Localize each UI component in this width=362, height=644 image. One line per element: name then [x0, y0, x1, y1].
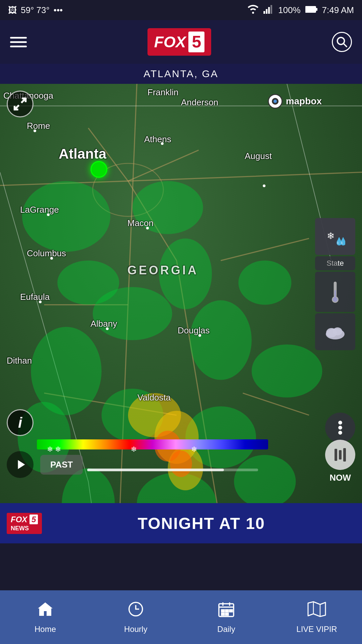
temperature-layer-button[interactable] — [315, 272, 355, 312]
status-left: 🖼 59° 73° ••• — [8, 5, 63, 15]
battery-percent: 100% — [278, 5, 301, 15]
nav-daily[interactable]: Daily — [181, 600, 272, 634]
douglas-dot — [198, 334, 201, 337]
logo-5-text: 5 — [188, 32, 204, 52]
svg-text:💧: 💧 — [339, 237, 345, 246]
status-bar: 🖼 59° 73° ••• 100% 7:49 — [0, 0, 362, 20]
battery-icon — [305, 5, 317, 15]
time-display: 7:49 AM — [322, 5, 354, 15]
nav-live-vipir-label: LIVE VIPIR — [296, 625, 337, 634]
svg-rect-4 — [305, 6, 316, 12]
svg-rect-2 — [268, 7, 270, 14]
svg-marker-46 — [18, 460, 25, 469]
logo-fox-text: FOX — [154, 33, 186, 51]
location-bar: ATLANTA, GA — [0, 64, 362, 84]
svg-point-42 — [333, 327, 342, 335]
svg-rect-0 — [263, 11, 265, 14]
nav-home[interactable]: Home — [0, 600, 90, 634]
info-icon: i — [18, 414, 22, 431]
temp-display: 59° 73° — [21, 5, 50, 15]
precip-icon: ❄ 💧 💧 — [325, 226, 345, 247]
ad-news-text: NEWS — [11, 525, 38, 532]
nav-hourly[interactable]: Hourly — [90, 600, 181, 634]
svg-line-7 — [344, 44, 347, 47]
athens-dot — [161, 142, 164, 145]
now-label: NOW — [329, 473, 351, 483]
play-icon — [15, 459, 27, 471]
expand-map-button[interactable] — [7, 91, 34, 117]
rome-dot — [34, 129, 36, 132]
nav-live-vipir[interactable]: LIVE VIPIR — [272, 600, 362, 634]
now-button[interactable]: NOW — [325, 440, 355, 483]
svg-rect-3 — [270, 5, 272, 14]
legend-snow-icon3: ❄ — [191, 445, 197, 454]
nav-home-label: Home — [35, 625, 56, 634]
nav-hourly-label: Hourly — [124, 625, 147, 634]
columbus-dot — [50, 257, 53, 260]
calendar-icon — [218, 600, 235, 622]
radar-legend — [37, 439, 268, 449]
live-map-icon — [307, 600, 327, 622]
playback-controls: PAST — [7, 451, 83, 478]
svg-text:❄: ❄ — [327, 231, 335, 241]
state-label-text: Sta — [326, 259, 338, 267]
dots-display: ••• — [54, 5, 63, 15]
location-text: ATLANTA, GA — [143, 68, 219, 79]
past-button[interactable]: PAST — [40, 455, 83, 475]
albany-dot — [106, 327, 109, 330]
macon-dot — [146, 227, 149, 229]
now-circle — [325, 440, 355, 470]
ad-fox-text: FOX 5 — [11, 515, 38, 524]
playback-progress — [87, 469, 224, 471]
signal-bars-icon — [263, 4, 274, 16]
atlanta-location-marker[interactable] — [90, 161, 107, 178]
ad-fox-logo: FOX 5 NEWS — [7, 513, 42, 534]
svg-rect-53 — [226, 613, 228, 615]
eufaula-dot — [39, 301, 42, 303]
play-button[interactable] — [7, 451, 34, 478]
right-panel: ❄ 💧 💧 State — [315, 218, 355, 350]
svg-rect-51 — [230, 610, 232, 612]
photo-icon: 🖼 — [8, 5, 17, 15]
clock-icon — [127, 600, 144, 622]
mapbox-attribution: mapbox — [268, 94, 322, 109]
clouds-layer-button[interactable] — [315, 313, 355, 350]
svg-rect-1 — [266, 9, 267, 14]
precipitation-layer-button[interactable]: ❄ 💧 💧 — [315, 218, 355, 255]
ad-banner[interactable]: FOX 5 NEWS TONIGHT AT 10 — [0, 503, 362, 543]
mapbox-marker — [268, 94, 283, 109]
bottom-nav: Home Hourly — [0, 590, 362, 644]
info-button[interactable]: i — [7, 409, 34, 436]
svg-point-44 — [338, 426, 342, 430]
search-icon — [336, 36, 348, 48]
svg-point-43 — [338, 421, 342, 425]
playback-slider[interactable] — [87, 469, 258, 471]
fox5-logo: FOX 5 — [147, 28, 211, 56]
status-right: 100% 7:49 AM — [247, 4, 354, 16]
state-layer-label: State — [315, 256, 355, 270]
cloud-icon — [323, 323, 347, 340]
svg-point-6 — [338, 38, 345, 45]
svg-point-39 — [333, 297, 338, 302]
svg-rect-49 — [222, 610, 224, 612]
menu-button[interactable] — [10, 37, 27, 47]
search-button[interactable] — [332, 32, 352, 52]
mapbox-label: mapbox — [286, 96, 322, 107]
svg-rect-5 — [316, 8, 317, 11]
svg-point-45 — [338, 431, 342, 435]
past-label: PAST — [50, 460, 73, 470]
header: FOX 5 — [0, 20, 362, 64]
svg-rect-52 — [222, 613, 224, 615]
expand-icon — [13, 97, 27, 111]
august-dot — [263, 184, 265, 187]
svg-rect-50 — [226, 610, 228, 612]
pause-icon — [335, 448, 346, 462]
ad-main-text: TONIGHT AT 10 — [138, 514, 265, 533]
thermometer-icon — [328, 280, 342, 304]
home-icon — [37, 600, 54, 622]
more-options-icon — [332, 419, 349, 436]
more-options-button[interactable] — [325, 413, 355, 443]
wifi-icon — [247, 4, 259, 16]
map-area[interactable]: Chattanooga Franklin Rome Anderson Atlan… — [0, 84, 362, 503]
svg-point-32 — [274, 100, 277, 103]
